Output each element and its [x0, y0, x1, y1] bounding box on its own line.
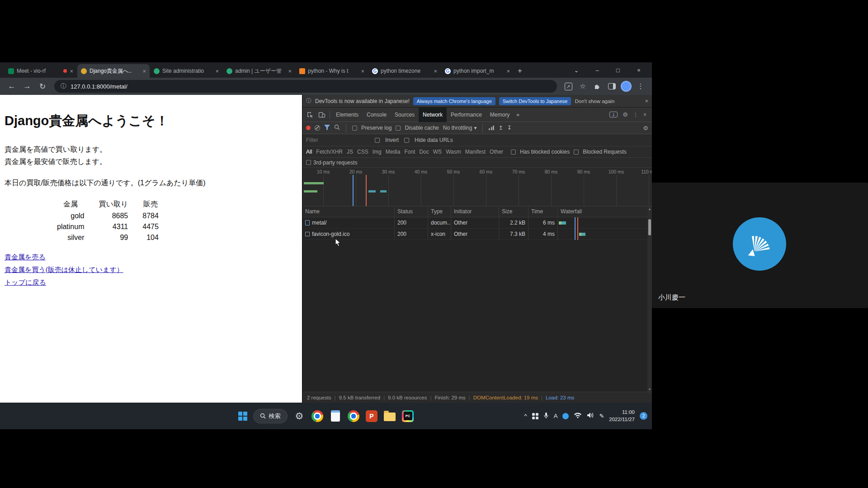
extensions-puzzle-icon[interactable] [590, 80, 604, 93]
import-har-icon[interactable]: ↥ [498, 125, 503, 131]
col-type[interactable]: Type [428, 206, 451, 217]
switch-japanese-button[interactable]: Switch DevTools to Japanese [499, 97, 571, 105]
profile-avatar[interactable] [619, 80, 633, 93]
side-panel-icon[interactable] [605, 80, 618, 93]
bookmark-star-icon[interactable]: ☆ [576, 80, 590, 93]
browser-tab-site-admin[interactable]: Site administratio × [150, 64, 222, 78]
filter-other[interactable]: Other [490, 149, 503, 155]
taskbar-search[interactable]: 検索 [253, 409, 288, 423]
col-waterfall[interactable]: Waterfall [558, 206, 652, 217]
window-close-button[interactable]: × [628, 67, 649, 74]
tab-performance[interactable]: Performance [447, 108, 486, 122]
devtools-scrollbar[interactable]: ▲ ▼ [647, 206, 652, 392]
pen-icon[interactable]: ✎ [599, 413, 604, 419]
tab-close-icon[interactable]: × [70, 68, 73, 75]
clear-network-log-icon[interactable] [315, 125, 320, 131]
blocked-cookies-checkbox[interactable] [511, 150, 516, 155]
throttling-dropdown[interactable]: No throttling ▾ [443, 125, 477, 131]
filter-img[interactable]: Img [373, 149, 382, 155]
buy-link[interactable]: 貴金属を買う(販売は休止しています） [5, 266, 123, 274]
search-icon[interactable] [334, 124, 340, 131]
blocked-requests-checkbox[interactable] [574, 150, 579, 155]
devtools-close-icon[interactable]: × [643, 112, 646, 118]
preserve-log-checkbox[interactable] [352, 126, 357, 131]
inspect-element-icon[interactable] [304, 111, 316, 118]
chrome-icon-2[interactable] [348, 410, 360, 422]
tab-elements[interactable]: Elements [332, 108, 363, 122]
tab-network[interactable]: Network [419, 108, 447, 122]
browser-tab-admin-users[interactable]: admin | ユーザー管 × [223, 64, 295, 78]
file-explorer-icon[interactable] [384, 410, 396, 422]
new-tab-button[interactable]: + [514, 65, 526, 77]
export-har-icon[interactable]: ↧ [507, 125, 512, 131]
issues-counter[interactable]: 1 [609, 112, 618, 117]
network-settings-icon[interactable]: ⚙ [643, 125, 648, 131]
tray-chevron-icon[interactable]: ^ [524, 413, 527, 419]
notification-badge[interactable]: 2 [640, 412, 647, 420]
filter-ws[interactable]: WS [433, 149, 442, 155]
request-row-metal[interactable]: metal/ 200 docum... Other 2.2 kB 6 ms [302, 217, 652, 229]
third-party-checkbox[interactable] [306, 160, 311, 165]
taskbar-clock[interactable]: 11:00 2022/11/27 [609, 409, 635, 423]
notice-close-icon[interactable]: × [645, 98, 648, 104]
invert-checkbox[interactable] [375, 138, 380, 143]
browser-tab-stackoverflow[interactable]: python - Why is t × [296, 64, 368, 78]
browser-tab-google-timezone[interactable]: G python timezone × [368, 64, 441, 78]
widgets-icon[interactable] [532, 413, 538, 419]
scrollbar-thumb[interactable] [648, 219, 651, 235]
tray-app-icon[interactable] [562, 413, 569, 419]
window-maximize-button[interactable]: □ [608, 67, 628, 74]
powerpoint-icon[interactable]: P [366, 410, 378, 422]
tab-console[interactable]: Console [363, 108, 391, 122]
match-language-button[interactable]: Always match Chrome's language [413, 97, 495, 105]
browser-tab-meet[interactable]: Meet - vio-rf × [5, 64, 77, 78]
share-icon[interactable]: ↗ [561, 80, 575, 93]
col-size[interactable]: Size [499, 206, 528, 217]
dont-show-again-button[interactable]: Don't show again [575, 99, 614, 104]
filter-all[interactable]: All [306, 149, 312, 155]
col-time[interactable]: Time [528, 206, 558, 217]
network-conditions-icon[interactable] [489, 126, 494, 130]
back-button[interactable]: ← [5, 79, 19, 94]
tab-search-icon[interactable]: ⌄ [566, 67, 587, 74]
browser-menu-icon[interactable]: ⋮ [634, 80, 647, 93]
start-button[interactable] [238, 412, 247, 421]
more-tabs-icon[interactable]: » [514, 112, 522, 118]
window-minimize-button[interactable]: – [587, 67, 608, 74]
devtools-settings-icon[interactable]: ⚙ [623, 111, 628, 118]
tab-sources[interactable]: Sources [391, 108, 419, 122]
browser-tab-google-import[interactable]: G python import_m × [441, 64, 514, 78]
device-toolbar-icon[interactable] [316, 111, 328, 118]
tab-close-icon[interactable]: × [361, 68, 364, 75]
filter-doc[interactable]: Doc [419, 149, 429, 155]
filter-manifest[interactable]: Manifest [465, 149, 486, 155]
col-status[interactable]: Status [395, 206, 428, 217]
request-row-favicon[interactable]: favicon-gold.ico 200 x-icon Other 7.3 kB… [302, 229, 652, 240]
tab-close-icon[interactable]: × [288, 68, 292, 75]
back-to-top-link[interactable]: トップに戻る [5, 278, 46, 287]
tab-close-icon[interactable]: × [142, 68, 146, 75]
site-info-icon[interactable]: ⓘ [61, 82, 66, 90]
col-initiator[interactable]: Initiator [451, 206, 499, 217]
filter-wasm[interactable]: Wasm [446, 149, 461, 155]
col-name[interactable]: Name [302, 206, 395, 217]
pycharm-icon[interactable]: PC [402, 410, 414, 422]
microphone-icon[interactable] [543, 412, 549, 420]
filter-font[interactable]: Font [404, 149, 415, 155]
ime-indicator[interactable]: A [554, 413, 558, 419]
tab-close-icon[interactable]: × [215, 68, 219, 75]
filter-input[interactable] [306, 137, 369, 143]
browser-tab-django-metal[interactable]: Django貴金属へ.. × [77, 64, 150, 78]
tab-close-icon[interactable]: × [434, 68, 437, 75]
forward-button[interactable]: → [20, 79, 34, 94]
filter-css[interactable]: CSS [357, 149, 368, 155]
chrome-icon[interactable] [311, 410, 324, 422]
devtools-menu-icon[interactable]: ⋮ [633, 112, 638, 118]
filter-funnel-icon[interactable] [324, 125, 330, 131]
sell-link[interactable]: 貴金属を売る [5, 253, 46, 262]
tab-close-icon[interactable]: × [506, 68, 510, 75]
filter-media[interactable]: Media [386, 149, 401, 155]
record-network-log-icon[interactable] [306, 126, 311, 130]
reload-button[interactable]: ↻ [35, 79, 50, 94]
wifi-icon[interactable] [574, 412, 582, 420]
